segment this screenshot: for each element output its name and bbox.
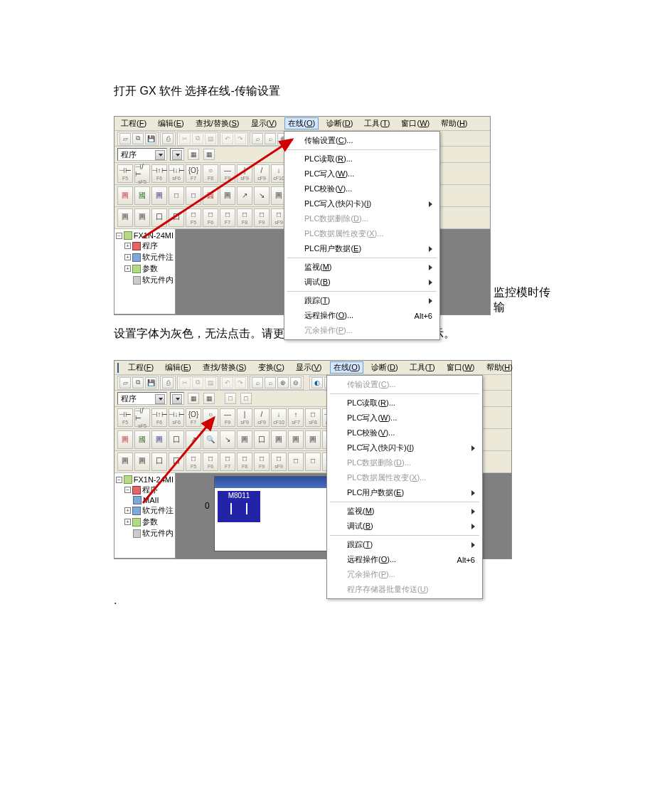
- toolbar-button[interactable]: 國: [134, 430, 150, 449]
- print-button[interactable]: ⎙: [162, 377, 174, 388]
- undo-button[interactable]: ↶: [222, 133, 233, 144]
- device-cell[interactable]: M8011: [218, 491, 260, 522]
- blank-combo[interactable]: [170, 148, 184, 161]
- toolbar-button[interactable]: /cF9: [254, 164, 270, 183]
- toolbar-button[interactable]: ↓cF10: [271, 408, 287, 427]
- online-dropdown-menu[interactable]: 传输设置(C)...PLC读取(R)...PLC写入(W)...PLC校验(V)…: [284, 131, 440, 340]
- tree-program[interactable]: 程序: [142, 240, 158, 251]
- toolbar-button[interactable]: |sF9: [237, 164, 252, 183]
- toolbar-button[interactable]: ○F8: [203, 164, 218, 183]
- toolbar-button[interactable]: □: [186, 186, 201, 205]
- menu-item[interactable]: 工程(F): [124, 361, 157, 374]
- tree-toggle-icon[interactable]: +: [124, 265, 131, 272]
- copy-button[interactable]: ⧉: [192, 133, 203, 144]
- toolbar-button[interactable]: 圖: [117, 208, 133, 227]
- toolbar-button[interactable]: □sF8: [305, 408, 321, 427]
- menu-bar[interactable]: 工程(F)编辑(E)查找/替换(S)显示(V)在线(O)诊断(D)工具(T)窗口…: [114, 117, 490, 131]
- menu-item[interactable]: PLC写入(快闪卡)(I): [284, 196, 439, 211]
- menu-item[interactable]: 跟踪(T): [284, 293, 439, 308]
- find-next-button[interactable]: ⌕: [265, 377, 276, 388]
- toolbar-button[interactable]: □F5: [186, 453, 201, 471]
- toolbar-button[interactable]: □F9: [254, 453, 270, 471]
- toolbar-button[interactable]: 圖: [220, 186, 235, 205]
- menu-item[interactable]: PLC用户数据(E): [284, 241, 439, 256]
- toolbar-button[interactable]: 囗: [169, 453, 184, 471]
- toolbar-button[interactable]: □F5: [186, 208, 201, 227]
- menu-item[interactable]: PLC用户数据(E): [327, 485, 482, 500]
- toolbar-button[interactable]: 國: [134, 186, 150, 205]
- menu-bar[interactable]: 工程(F)编辑(E)查找/替换(S)变换(C)显示(V)在线(O)诊断(D)工具…: [114, 361, 511, 375]
- toolbar-button[interactable]: ⊣/⊢sF5: [134, 408, 150, 427]
- tree-toggle-icon[interactable]: −: [116, 233, 122, 239]
- menu-item[interactable]: 帮助(H): [437, 117, 471, 129]
- toolbar-button[interactable]: 囗: [151, 208, 167, 227]
- monitor-button[interactable]: ◐: [311, 377, 323, 388]
- find-button[interactable]: ⌕: [252, 133, 263, 144]
- program-combo[interactable]: 程序: [117, 392, 167, 405]
- toolbar-button[interactable]: {O}F7: [186, 408, 201, 427]
- toolbar-button[interactable]: □F7: [220, 453, 235, 471]
- cut-button[interactable]: ✂: [179, 377, 191, 388]
- toolbar-button[interactable]: ↗: [237, 186, 252, 205]
- cut-button[interactable]: ✂: [179, 133, 191, 144]
- toolbar-button[interactable]: 圖: [117, 453, 133, 471]
- zoom-out-button[interactable]: ⊖: [290, 377, 302, 388]
- toolbar-button[interactable]: 圖: [117, 430, 133, 449]
- find-button[interactable]: ⌕: [252, 377, 263, 388]
- toolbar-button[interactable]: □F6: [203, 453, 218, 471]
- toolbar-button[interactable]: 囗: [254, 430, 270, 449]
- menu-item[interactable]: 跟踪(T): [327, 537, 482, 552]
- redo-button[interactable]: ↷: [235, 377, 246, 388]
- tb-btn[interactable]: □: [240, 393, 252, 404]
- menu-item[interactable]: 监视(M): [284, 260, 439, 275]
- toolbar-button[interactable]: 圖: [151, 186, 167, 205]
- toolbar-button[interactable]: —F9: [220, 408, 235, 427]
- toolbar-button[interactable]: ○F8: [203, 408, 218, 427]
- menu-item[interactable]: 显示(V): [247, 117, 281, 129]
- menu-item[interactable]: 工程(F): [117, 117, 150, 129]
- redo-button[interactable]: ↷: [235, 133, 246, 144]
- menu-item[interactable]: PLC校验(V)...: [284, 181, 439, 196]
- toolbar-button[interactable]: □F6: [203, 208, 218, 227]
- zoom-button[interactable]: ⊕: [277, 377, 289, 388]
- menu-item[interactable]: 编辑(E): [161, 361, 195, 374]
- toolbar-button[interactable]: ⊣⊢F5: [117, 164, 133, 183]
- menu-item[interactable]: 在线(O): [284, 117, 319, 129]
- menu-item[interactable]: 监视(M): [327, 504, 482, 519]
- toolbar-button[interactable]: □F8: [237, 208, 252, 227]
- menu-item[interactable]: 诊断(D): [323, 117, 356, 129]
- tree-device-comment[interactable]: 软元件注: [142, 505, 174, 516]
- toolbar-button[interactable]: ↘: [220, 430, 235, 449]
- save-button[interactable]: 💾: [145, 133, 156, 144]
- blank-combo[interactable]: [170, 392, 184, 405]
- paste-button[interactable]: ▤: [205, 133, 216, 144]
- toolbar-button[interactable]: 圓: [203, 186, 218, 205]
- project-tree[interactable]: −FX1N-24MI +程序 +软元件注 +参数 软元件内: [114, 229, 176, 314]
- menu-item[interactable]: 诊断(D): [368, 361, 401, 374]
- toolbar-button[interactable]: 圖: [134, 453, 150, 471]
- toolbar-button[interactable]: ⊣↓⊢sF6: [169, 408, 184, 427]
- tree-toggle-icon[interactable]: +: [124, 519, 131, 525]
- tb-btn[interactable]: □: [225, 393, 236, 404]
- tree-device-mem[interactable]: 软元件内: [142, 275, 174, 285]
- menu-item[interactable]: 窗口(W): [398, 117, 433, 129]
- tree-root[interactable]: FX1N-24MI: [134, 475, 174, 484]
- toolbar-button[interactable]: 囗: [151, 453, 167, 471]
- toolbar-button[interactable]: {O}F7: [186, 164, 201, 183]
- menu-item[interactable]: 编辑(E): [154, 117, 188, 129]
- menu-item[interactable]: 工具(T): [361, 117, 393, 129]
- menu-item[interactable]: PLC校验(V)...: [327, 425, 482, 440]
- toolbar-button[interactable]: /cF9: [254, 408, 270, 427]
- toolbar-button[interactable]: □F8: [237, 453, 252, 471]
- menu-item[interactable]: 调试(B): [327, 519, 482, 534]
- toolbar-button[interactable]: 🔍: [203, 430, 218, 449]
- tree-param[interactable]: 参数: [142, 517, 158, 527]
- project-tree[interactable]: −FX1N-24MI −程序 MAII +软元件注 +参数 软元件内: [114, 473, 176, 559]
- toolbar-button[interactable]: □: [305, 453, 321, 471]
- toolbar-button[interactable]: ⊣↑⊢F6: [151, 408, 167, 427]
- menu-item[interactable]: 查找/替换(S): [199, 361, 250, 374]
- tree-toggle-icon[interactable]: −: [116, 477, 122, 483]
- menu-item[interactable]: PLC写入(W)...: [327, 411, 482, 425]
- toolbar-button[interactable]: ⊣↑⊢F6: [151, 164, 167, 183]
- tb-btn[interactable]: ▦: [188, 393, 199, 404]
